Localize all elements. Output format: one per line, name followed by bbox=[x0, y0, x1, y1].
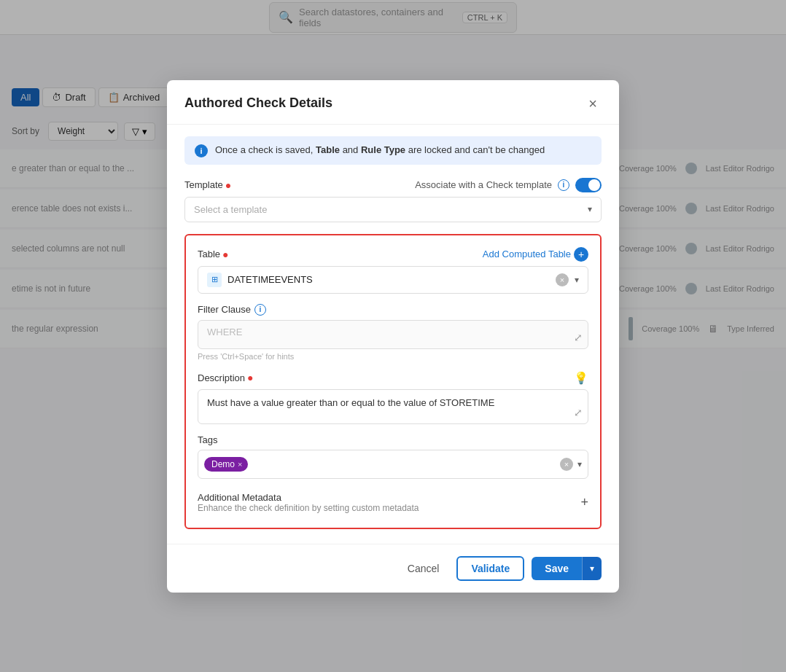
add-computed-table-button[interactable]: Add Computed Table + bbox=[483, 247, 588, 262]
filter-input-wrap: WHERE ⤢ bbox=[198, 320, 588, 349]
associate-label: Associate with a Check template bbox=[415, 179, 552, 190]
associate-info-icon[interactable]: i bbox=[558, 179, 569, 191]
metadata-label: Additional Metadata bbox=[198, 492, 419, 503]
save-button-group: Save ▾ bbox=[532, 557, 602, 580]
filter-clause-input[interactable]: WHERE bbox=[198, 320, 588, 349]
modal-overlay: Authored Check Details × i Once a check … bbox=[0, 0, 786, 672]
desc-required-indicator: ● bbox=[247, 372, 253, 383]
template-label: Template ● bbox=[184, 179, 231, 191]
metadata-add-button[interactable]: + bbox=[580, 495, 588, 510]
add-icon: + bbox=[574, 247, 588, 262]
filter-info-icon[interactable]: i bbox=[254, 304, 266, 316]
description-label: Description ● bbox=[198, 372, 254, 383]
tag-value: Demo bbox=[211, 459, 235, 469]
table-select[interactable]: ⊞ DATETIMEEVENTS × ▾ bbox=[198, 266, 588, 294]
table-dropdown-arrow: ▾ bbox=[575, 275, 579, 285]
save-button[interactable]: Save bbox=[532, 557, 582, 580]
tag-chip-demo: Demo × bbox=[204, 457, 248, 472]
bulb-icon[interactable]: 💡 bbox=[574, 371, 588, 385]
modal-body: i Once a check is saved, Table and Rule … bbox=[167, 125, 619, 544]
table-label: Table ● bbox=[198, 249, 229, 260]
table-value: DATETIMEEVENTS bbox=[227, 274, 550, 285]
tag-remove-icon[interactable]: × bbox=[238, 460, 242, 469]
add-computed-label: Add Computed Table bbox=[483, 249, 571, 259]
modal-title: Authored Check Details bbox=[184, 95, 332, 111]
description-value: Must have a value greater than or equal … bbox=[207, 397, 494, 408]
info-banner: i Once a check is saved, Table and Rule … bbox=[184, 136, 602, 165]
info-icon: i bbox=[195, 144, 208, 157]
tags-clear-icon[interactable]: × bbox=[560, 458, 573, 471]
template-select[interactable]: Select a template ▾ bbox=[184, 197, 602, 222]
filter-hint: Press 'Ctrl+Space' for hints bbox=[198, 352, 588, 361]
description-expand-icon[interactable]: ⤢ bbox=[574, 407, 583, 418]
save-dropdown-button[interactable]: ▾ bbox=[582, 557, 602, 580]
modal: Authored Check Details × i Once a check … bbox=[167, 80, 619, 593]
tags-label: Tags bbox=[198, 434, 588, 445]
table-field-row: Table ● Add Computed Table + bbox=[198, 247, 588, 262]
close-button[interactable]: × bbox=[584, 95, 602, 112]
filter-placeholder: WHERE bbox=[207, 327, 242, 337]
associate-toggle-row: Associate with a Check template i bbox=[415, 178, 602, 192]
table-grid-icon: ⊞ bbox=[207, 273, 222, 287]
modal-header: Authored Check Details × bbox=[167, 80, 619, 125]
tags-input[interactable]: Demo × × ▾ bbox=[198, 450, 588, 479]
table-clear-icon[interactable]: × bbox=[556, 273, 569, 286]
info-text: Once a check is saved, Table and Rule Ty… bbox=[215, 144, 545, 157]
filter-expand-icon[interactable]: ⤢ bbox=[574, 332, 583, 343]
table-required-indicator: ● bbox=[222, 249, 228, 260]
associate-toggle[interactable] bbox=[575, 178, 602, 192]
template-form-row: Template ● Associate with a Check templa… bbox=[184, 178, 602, 192]
filter-clause-label-row: Filter Clause i bbox=[198, 304, 588, 316]
modal-footer: Cancel Validate Save ▾ bbox=[167, 544, 619, 593]
validate-button[interactable]: Validate bbox=[456, 556, 524, 581]
metadata-sub: Enhance the check definition by setting … bbox=[198, 503, 419, 513]
filter-clause-label: Filter Clause bbox=[198, 304, 251, 315]
cancel-button[interactable]: Cancel bbox=[397, 557, 450, 580]
tags-dropdown-arrow: ▾ bbox=[577, 459, 582, 469]
highlighted-section: Table ● Add Computed Table + ⊞ DATETIMEE… bbox=[184, 234, 602, 529]
description-label-row: Description ● 💡 bbox=[198, 371, 588, 385]
description-input[interactable]: Must have a value greater than or equal … bbox=[198, 389, 588, 424]
metadata-row: Additional Metadata Enhance the check de… bbox=[198, 489, 588, 516]
template-placeholder: Select a template bbox=[194, 204, 267, 215]
required-indicator: ● bbox=[225, 179, 231, 191]
template-dropdown-arrow: ▾ bbox=[588, 204, 592, 214]
